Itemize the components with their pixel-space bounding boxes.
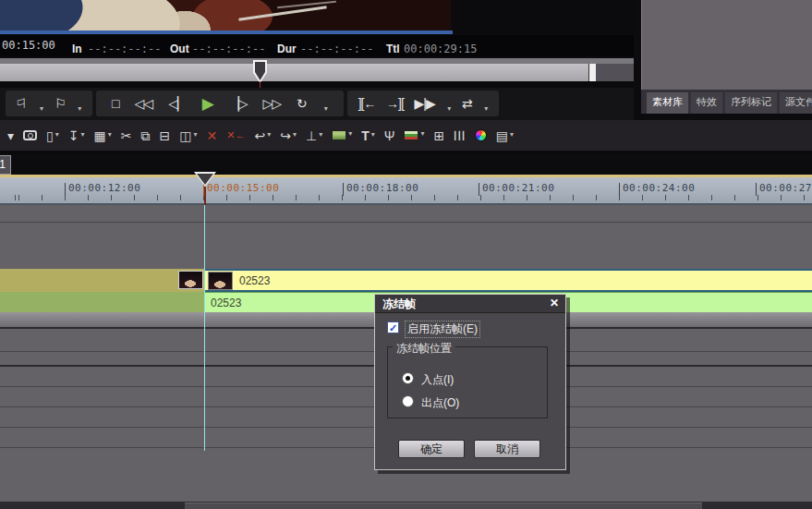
export-to-recorder-button[interactable]: ⇄ — [462, 97, 472, 110]
capture-icon[interactable] — [23, 130, 37, 140]
redo-icon-caret[interactable]: ▾ — [293, 131, 297, 142]
set-out-point-button-caret[interactable]: ▾ — [78, 105, 81, 116]
set-transition-icon-caret[interactable]: ▾ — [348, 130, 352, 141]
render-icon-caret[interactable]: ▾ — [420, 130, 424, 141]
add-cut-point-icon: ⊥ — [306, 129, 317, 142]
import-icon-caret[interactable]: ▾ — [81, 131, 85, 142]
track-separator — [0, 222, 812, 223]
paste-icon[interactable]: ⊟ — [160, 129, 171, 142]
duplicate-icon[interactable]: ◫▾ — [179, 129, 197, 142]
stop-button[interactable]: □ — [112, 97, 118, 110]
export-to-recorder-button-caret[interactable]: ▾ — [484, 105, 488, 116]
timeline-ruler[interactable]: 00:00:12:0000:00:15:0000:00:18:0000:00:2… — [0, 177, 812, 205]
new-sequence-icon-caret[interactable]: ▾ — [55, 131, 59, 142]
preview-highlight — [238, 6, 326, 20]
ruler-label: 00:00:21:00 — [482, 182, 554, 194]
duplicate-icon: ◫ — [179, 129, 191, 142]
enable-freeze-frame-label[interactable]: 启用冻结帧(E) — [406, 321, 479, 337]
goto-out-point-button[interactable]: →][ — [386, 97, 404, 110]
scrubber-bar[interactable] — [0, 64, 588, 81]
ruler-major-tick — [479, 183, 479, 196]
in-point-radio[interactable] — [402, 372, 414, 384]
add-cut-point-icon[interactable]: ⊥▾ — [306, 129, 322, 142]
render-icon[interactable]: ▾ — [404, 130, 424, 141]
duplicate-icon-caret[interactable]: ▾ — [193, 131, 197, 142]
import-icon: ↧ — [68, 129, 79, 142]
ruler-label: 00:00:24:00 — [623, 182, 695, 194]
play-around-cursor-button-caret[interactable]: ▾ — [447, 105, 451, 116]
set-in-point-button-caret[interactable]: ▾ — [40, 105, 43, 116]
voice-over-icon[interactable]: Ψ — [384, 129, 395, 142]
cancel-button[interactable]: 取消 — [474, 440, 540, 458]
goto-in-point-button[interactable]: ][← — [358, 97, 376, 110]
in-point-radio-label[interactable]: 入点(I) — [421, 372, 454, 388]
trim-mode-icon[interactable]: ⊞ — [433, 129, 444, 142]
undo-icon-caret[interactable]: ▾ — [267, 131, 271, 142]
video-clip-label: 02523 — [239, 274, 270, 287]
panel-tab-序列标记[interactable]: 序列标记 — [725, 92, 777, 114]
save-project-icon-caret[interactable]: ▾ — [108, 131, 112, 142]
ruler-major-tick — [619, 183, 620, 196]
scrubber-handle[interactable] — [588, 64, 596, 81]
horizontal-scrollbar-thumb[interactable] — [185, 503, 702, 509]
delete-parts-icon[interactable]: ✕ — [206, 129, 217, 142]
timeline-toolbar: ▾▯▾↧▾▦▾✂⧉⊟◫▾✕✕←↩▾↪▾⊥▾▾T▾Ψ▾⊞☰▤▾ — [0, 120, 812, 153]
add-cut-point-icon-caret[interactable]: ▾ — [319, 131, 322, 142]
panel-layout-icon[interactable]: ▤▾ — [496, 129, 514, 142]
play-button[interactable]: ▶ — [202, 96, 213, 112]
fast-forward-button[interactable]: ▷▷ — [262, 97, 281, 110]
previous-frame-button[interactable]: ◁▏ — [168, 97, 187, 110]
sequence-tab[interactable]: 1 — [0, 155, 11, 175]
loop-playback-button-caret[interactable]: ▾ — [324, 105, 328, 116]
next-frame-button[interactable]: ▕▷ — [229, 97, 248, 110]
new-sequence-icon[interactable]: ▯▾ — [46, 129, 59, 142]
enable-freeze-frame-checkbox[interactable]: ✓ — [387, 321, 399, 333]
undo-icon[interactable]: ↩▾ — [254, 129, 271, 142]
cut-icon[interactable]: ✂ — [121, 129, 132, 142]
timecode-label-ttl: Ttl — [386, 42, 400, 55]
close-icon[interactable]: ✕ — [550, 297, 559, 309]
out-point-radio-label[interactable]: 出点(O) — [421, 395, 459, 411]
import-icon[interactable]: ↧▾ — [68, 129, 85, 142]
rewind-button[interactable]: ◁◁ — [135, 97, 153, 110]
set-transition-icon — [332, 130, 346, 140]
panel-tab-特效[interactable]: 特效 — [691, 92, 722, 114]
preview-scrubber[interactable] — [0, 56, 634, 88]
set-out-point-button[interactable]: ⚐ — [55, 97, 66, 110]
tool-dropdown-caret: ▾ — [7, 129, 14, 142]
save-project-icon[interactable]: ▦▾ — [94, 129, 112, 142]
audio-mixer-icon: ☰ — [453, 129, 466, 141]
timecode-value-in: --:--:--:-- — [88, 42, 161, 55]
clip-thumbnail — [208, 272, 233, 290]
panel-tab-源文件[interactable]: 源文件 — [780, 92, 812, 114]
color-correction-icon — [475, 129, 487, 141]
title-text-icon-caret[interactable]: ▾ — [371, 131, 375, 142]
video-clip-frozen[interactable]: 02523 — [205, 269, 812, 292]
ruler-major-tick — [65, 183, 66, 196]
set-in-point-button[interactable]: ⚐ — [17, 97, 28, 110]
dialog-title[interactable]: 冻结帧 — [375, 295, 565, 313]
video-preview — [0, 0, 451, 31]
panel-tab-素材库[interactable]: 素材库 — [647, 92, 688, 114]
panel-layout-icon-caret[interactable]: ▾ — [510, 131, 514, 142]
freeze-frame-dialog: 冻结帧 ✕ ✓ 启用冻结帧(E) 冻结帧位置 入点(I) 出点(O) 确定 取消 — [374, 294, 566, 470]
playhead-inner — [197, 174, 213, 185]
video-editor-window: 00:15:00 In--:--:--:--Out--:--:--:--Dur-… — [0, 0, 812, 509]
video-clip-left[interactable] — [0, 269, 205, 292]
audio-clip-left[interactable] — [0, 292, 205, 312]
loop-playback-button[interactable]: ↻ — [297, 97, 307, 110]
ok-button[interactable]: 确定 — [398, 440, 465, 458]
audio-mixer-icon[interactable]: ☰ — [454, 129, 466, 142]
set-transition-icon[interactable]: ▾ — [332, 130, 352, 141]
color-correction-icon[interactable] — [475, 129, 487, 141]
out-point-radio[interactable] — [402, 395, 414, 407]
tool-dropdown-caret[interactable]: ▾ — [7, 129, 14, 142]
ruler-label-current: 00:00:15:00 — [207, 182, 279, 194]
play-around-cursor-button[interactable]: ▶|▶ — [414, 97, 434, 110]
ripple-delete-icon[interactable]: ✕← — [226, 130, 245, 140]
redo-icon[interactable]: ↪▾ — [280, 129, 297, 142]
timecode-label-out: Out — [170, 42, 189, 55]
title-text-icon[interactable]: T▾ — [361, 129, 375, 142]
copy-icon[interactable]: ⧉ — [141, 129, 151, 142]
ripple-delete-icon: ✕← — [226, 130, 245, 140]
